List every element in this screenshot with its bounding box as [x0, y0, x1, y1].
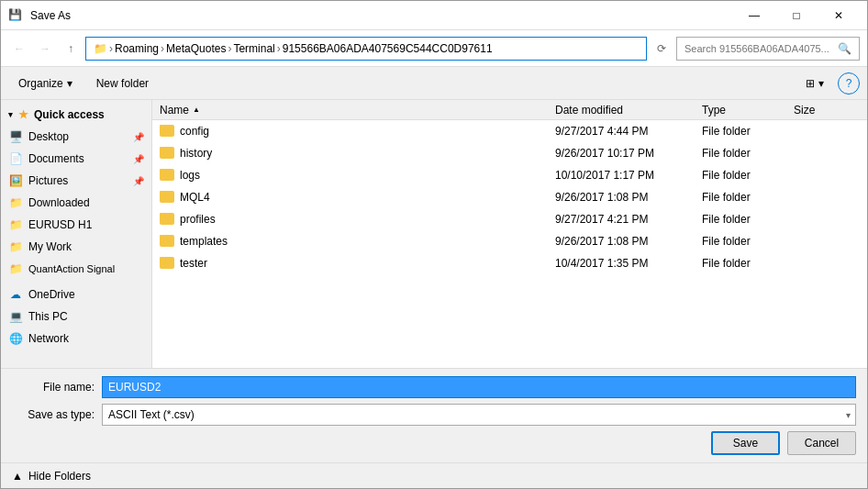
quantaction-label: QuantAction Signal [28, 263, 115, 274]
path-terminal: Terminal [233, 42, 274, 55]
table-row[interactable]: config 9/27/2017 4:44 PM File folder [152, 120, 867, 142]
network-icon: 🌐 [8, 331, 23, 346]
footer-hide-folders[interactable]: ▲ Hide Folders [1, 462, 867, 488]
new-folder-button[interactable]: New folder [86, 71, 159, 96]
table-row[interactable]: history 9/26/2017 10:17 PM File folder [152, 142, 867, 164]
file-name: logs [180, 169, 200, 182]
sidebar-item-pictures[interactable]: 🖼️ Pictures 📌 [1, 170, 151, 192]
search-input[interactable] [684, 43, 834, 54]
folder-icon [160, 147, 174, 159]
sidebar-item-onedrive[interactable]: ☁ OneDrive [1, 283, 151, 306]
main-content: ▾ ★ Quick access 🖥️ Desktop 📌 📄 Document… [1, 100, 867, 368]
sidebar-item-documents[interactable]: 📄 Documents 📌 [1, 148, 151, 170]
file-type-cell: File folder [698, 125, 790, 138]
quick-access-label: Quick access [34, 108, 105, 121]
table-row[interactable]: MQL4 9/26/2017 1:08 PM File folder [152, 186, 867, 208]
thispc-label: This PC [28, 310, 68, 323]
title-bar: 💾 Save As — □ ✕ [1, 1, 867, 30]
cancel-button[interactable]: Cancel [787, 431, 856, 455]
name-sort-icon: ▲ [193, 106, 200, 114]
address-path[interactable]: 📁 › Roaming › MetaQuotes › Terminal › 91… [85, 37, 647, 61]
desktop-pin-icon: 📌 [133, 132, 144, 142]
column-header-size[interactable]: Size [790, 100, 863, 119]
filename-input[interactable] [102, 376, 856, 398]
column-header-date[interactable]: Date modified [551, 100, 698, 119]
back-button[interactable]: ← [8, 38, 30, 60]
file-name: MQL4 [180, 191, 210, 204]
pictures-label: Pictures [28, 174, 68, 187]
file-date-cell: 9/26/2017 10:17 PM [551, 147, 698, 160]
table-row[interactable]: tester 10/4/2017 1:35 PM File folder [152, 252, 867, 274]
search-box: 🔍 [676, 37, 860, 61]
quick-access-section: ▾ ★ Quick access 🖥️ Desktop 📌 📄 Document… [1, 104, 151, 280]
refresh-button[interactable]: ⟳ [651, 38, 673, 60]
eurusd-icon: 📁 [8, 217, 23, 232]
forward-button[interactable]: → [34, 38, 56, 60]
search-icon: 🔍 [838, 42, 851, 55]
file-type-cell: File folder [698, 191, 790, 204]
maximize-button[interactable]: □ [775, 1, 818, 30]
thispc-icon: 💻 [8, 309, 23, 324]
file-name-cell: profiles [156, 213, 551, 226]
save-as-dialog: 💾 Save As — □ ✕ ← → ↑ 📁 › Roaming › Meta… [0, 0, 868, 489]
sidebar-item-thispc[interactable]: 💻 This PC [1, 306, 151, 328]
folder-icon [160, 169, 174, 181]
bottom-buttons: Save Cancel [12, 431, 856, 455]
column-header-name[interactable]: Name ▲ [156, 100, 551, 119]
file-rows-container: config 9/27/2017 4:44 PM File folder his… [152, 120, 867, 274]
table-row[interactable]: templates 9/26/2017 1:08 PM File folder [152, 230, 867, 252]
table-row[interactable]: logs 10/10/2017 1:17 PM File folder [152, 164, 867, 186]
path-guid: 915566BA06ADA407569C544CC0D97611 [283, 42, 493, 55]
file-name: tester [180, 257, 207, 270]
sidebar-item-network[interactable]: 🌐 Network [1, 328, 151, 350]
file-name: config [180, 125, 209, 138]
table-row[interactable]: profiles 9/27/2017 4:21 PM File folder [152, 208, 867, 230]
path-metaquotes: MetaQuotes [166, 42, 226, 55]
organize-arrow-icon: ▾ [67, 77, 72, 90]
quantaction-icon: 📁 [8, 261, 23, 276]
mywork-label: My Work [28, 240, 72, 253]
column-header-type[interactable]: Type [698, 100, 790, 119]
title-controls: — □ ✕ [733, 1, 860, 30]
savetype-wrapper: ASCII Text (*.csv) ▾ [102, 404, 856, 426]
pictures-icon: 🖼️ [8, 173, 23, 188]
savetype-select[interactable]: ASCII Text (*.csv) [102, 404, 856, 426]
help-button[interactable]: ? [838, 72, 860, 94]
file-name: templates [180, 235, 228, 248]
downloaded-label: Downloaded [28, 196, 90, 209]
file-type-cell: File folder [698, 147, 790, 160]
onedrive-icon: ☁ [8, 287, 23, 302]
file-type-cell: File folder [698, 213, 790, 226]
close-button[interactable]: ✕ [818, 1, 860, 30]
sidebar-item-eurusd[interactable]: 📁 EURUSD H1 [1, 214, 151, 236]
path-icon: 📁 [94, 42, 107, 55]
file-type-cell: File folder [698, 169, 790, 182]
save-button[interactable]: Save [711, 431, 780, 455]
window-icon: 💾 [8, 8, 23, 23]
file-name-cell: config [156, 125, 551, 138]
folder-icon [160, 191, 174, 203]
sidebar-item-quantaction[interactable]: 📁 QuantAction Signal [1, 258, 151, 280]
address-bar: ← → ↑ 📁 › Roaming › MetaQuotes › Termina… [1, 30, 867, 67]
title-bar-left: 💾 Save As [8, 8, 71, 23]
network-label: Network [28, 332, 69, 345]
file-name-cell: MQL4 [156, 191, 551, 204]
view-icon: ⊞ [806, 77, 815, 90]
window-title: Save As [30, 9, 71, 22]
new-folder-label: New folder [96, 77, 149, 90]
sidebar-item-mywork[interactable]: 📁 My Work [1, 236, 151, 258]
quick-access-header[interactable]: ▾ ★ Quick access [1, 104, 151, 126]
file-date-cell: 9/26/2017 1:08 PM [551, 235, 698, 248]
savetype-row: Save as type: ASCII Text (*.csv) ▾ [12, 404, 856, 426]
up-button[interactable]: ↑ [60, 38, 82, 60]
sidebar-item-desktop[interactable]: 🖥️ Desktop 📌 [1, 126, 151, 148]
file-type-cell: File folder [698, 235, 790, 248]
pictures-pin-icon: 📌 [133, 176, 144, 186]
organize-button[interactable]: Organize ▾ [8, 71, 83, 96]
view-button[interactable]: ⊞ ▾ [796, 71, 834, 96]
savetype-label: Save as type: [12, 408, 95, 421]
sidebar-item-downloaded[interactable]: 📁 Downloaded [1, 192, 151, 214]
minimize-button[interactable]: — [733, 1, 775, 30]
file-name: profiles [180, 213, 216, 226]
desktop-icon: 🖥️ [8, 129, 23, 144]
